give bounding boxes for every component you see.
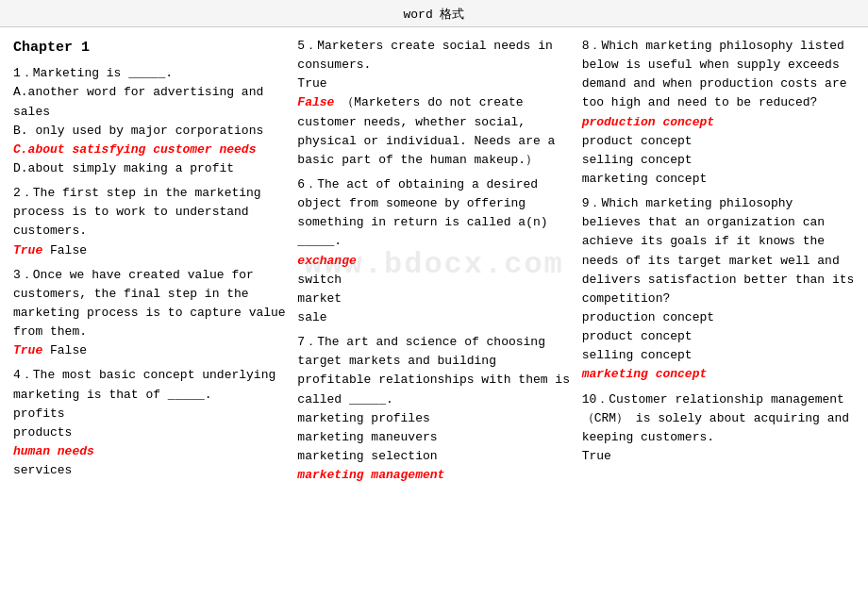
title-text: word 格式 <box>403 8 464 22</box>
q7-text: 7．The art and science of choosing target… <box>297 333 570 409</box>
question-2: 2．The first step in the marketing proces… <box>13 184 286 260</box>
q10-text: 10．Customer relationship management （CRM… <box>582 390 855 447</box>
q6-text: 6．The act of obtaining a desired object … <box>297 175 570 252</box>
q9-optProduct: product concept <box>582 327 855 346</box>
q1-answer: C.about satisfying customer needs <box>13 142 256 157</box>
q8-optSelling: selling concept <box>582 151 855 170</box>
q6-optMarket: market <box>297 290 570 308</box>
q4-optProfits: profits <box>13 405 286 423</box>
column-3: 8．Which marketing philosophy listed belo… <box>576 37 860 490</box>
column-1: Chapter 1 1．Marketing is _____. A.anothe… <box>8 37 292 490</box>
q1-optB: B. only used by major corporations <box>13 122 286 141</box>
title-bar: word 格式 <box>0 0 868 27</box>
q8-optProduct: product concept <box>582 132 855 151</box>
q9-text: 9．Which marketing philosophy believes th… <box>582 194 855 308</box>
q2-true: True <box>13 243 42 257</box>
q7-optProfiles: marketing profiles <box>297 409 570 428</box>
question-8: 8．Which marketing philosophy listed belo… <box>582 37 855 189</box>
q7-marketing-management: marketing management <box>297 468 444 482</box>
q2-text: 2．The first step in the marketing proces… <box>13 184 286 241</box>
question-3: 3．Once we have created value for custome… <box>13 266 286 361</box>
q6-answer: exchange <box>297 252 570 271</box>
question-6: 6．The act of obtaining a desired object … <box>297 175 570 327</box>
q5-text: 5．Marketers create social needs in consu… <box>297 37 570 75</box>
q4-optServices: services <box>13 461 286 480</box>
q8-text: 8．Which marketing philosophy listed belo… <box>582 37 855 113</box>
question-4: 4．The most basic concept underlying mark… <box>13 366 286 480</box>
q9-answer: marketing concept <box>582 365 855 384</box>
q6-exchange: exchange <box>297 254 356 268</box>
question-5: 5．Marketers create social needs in consu… <box>297 37 570 170</box>
question-1: 1．Marketing is _____. A.another word for… <box>13 64 286 178</box>
q7-answer: marketing management <box>297 466 570 485</box>
q10-answer: True <box>582 447 855 466</box>
q8-production-concept: production concept <box>582 115 714 129</box>
q9-marketing-concept: marketing concept <box>582 367 708 381</box>
question-10: 10．Customer relationship management （CRM… <box>582 390 855 467</box>
q7-optManeuvers: marketing maneuvers <box>297 428 570 447</box>
q1-optD: D.about simply making a profit <box>13 159 286 178</box>
q9-optProduction: production concept <box>582 308 855 327</box>
question-9: 9．Which marketing philosophy believes th… <box>582 194 855 384</box>
q2-answer: True False <box>13 241 286 260</box>
q5-true: True <box>297 75 570 93</box>
q3-text: 3．Once we have created value for custome… <box>13 266 286 342</box>
q6-optSwitch: switch <box>297 271 570 290</box>
q8-optMarketing: marketing concept <box>582 170 855 189</box>
chapter-title: Chapter 1 <box>13 37 286 58</box>
q3-answer: True False <box>13 341 286 360</box>
q7-optSelection: marketing selection <box>297 447 570 466</box>
q4-optProducts: products <box>13 423 286 442</box>
q8-answer: production concept <box>582 113 855 132</box>
q3-true: True <box>13 343 42 357</box>
q4-text: 4．The most basic concept underlying mark… <box>13 366 286 404</box>
q6-optSale: sale <box>297 308 570 327</box>
content-area: Chapter 1 1．Marketing is _____. A.anothe… <box>0 27 868 500</box>
q1-optC: C.about satisfying customer needs <box>13 141 286 159</box>
q5-false-label: False <box>297 95 334 109</box>
q4-answer: human needs <box>13 442 286 461</box>
question-7: 7．The art and science of choosing target… <box>297 333 570 485</box>
column-2: 5．Marketers create social needs in consu… <box>292 37 576 490</box>
q5-explanation: False （Marketers do not create customer … <box>297 93 570 170</box>
q4-human-needs: human needs <box>13 444 94 458</box>
q1-text: 1．Marketing is _____. <box>13 64 286 83</box>
q1-optA: A.another word for advertising and sales <box>13 83 286 121</box>
q9-optSelling: selling concept <box>582 346 855 365</box>
